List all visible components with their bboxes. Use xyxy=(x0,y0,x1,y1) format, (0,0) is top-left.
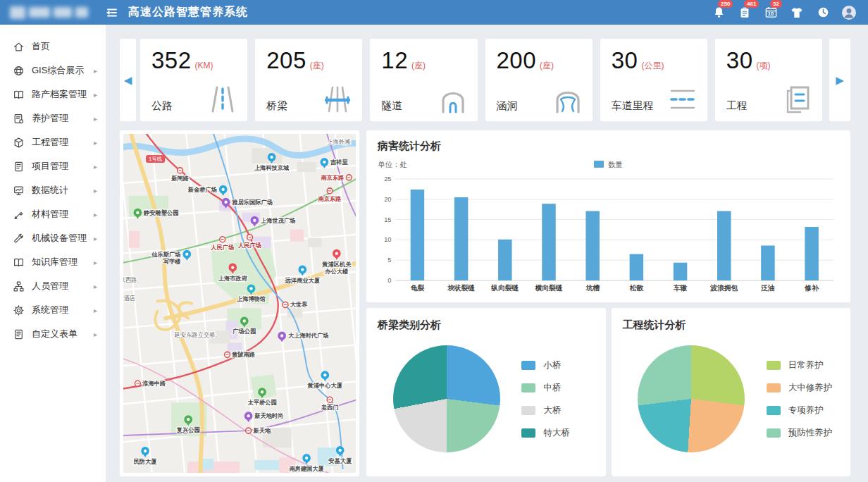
sidebar-item-gis[interactable]: GIS综合展示▸ xyxy=(0,58,106,82)
road-icon xyxy=(206,83,239,116)
legend-item[interactable]: 预防性养护 xyxy=(767,427,833,439)
svg-text:民防大厦: 民防大厦 xyxy=(134,458,158,465)
chevron-right-icon: ▸ xyxy=(94,330,97,338)
chevron-right-icon: ▸ xyxy=(94,67,97,75)
culvert-icon xyxy=(552,83,584,116)
topbar-actions: 250 461 10 32 xyxy=(711,5,868,20)
disease-bar-chart[interactable]: 0510152025龟裂块状裂缝纵向裂缝横向裂缝坑槽松散车辙波浪拥包泛油修补 xyxy=(378,173,839,295)
legend-item[interactable]: 特大桥 xyxy=(521,427,570,439)
svg-text:淮海中路: 淮海中路 xyxy=(142,380,166,387)
legend-label: 大桥 xyxy=(543,404,561,416)
stat-unit: (座) xyxy=(411,61,426,70)
svg-text:吉祥里: 吉祥里 xyxy=(330,159,348,166)
stat-card-桥梁[interactable]: 205(座)桥梁 xyxy=(255,39,362,121)
metro-station-marker[interactable]: 淮海中路 xyxy=(135,380,166,387)
legend-label: 专项养护 xyxy=(788,404,824,416)
legend-item[interactable]: 中桥 xyxy=(521,382,570,394)
stat-label: 涵洞 xyxy=(497,99,518,113)
svg-text:南京东路: 南京东路 xyxy=(318,195,342,202)
clipboard-icon[interactable]: 461 xyxy=(737,5,752,20)
svg-text:上海科技京城: 上海科技京城 xyxy=(254,164,290,171)
metro-station-marker[interactable]: 新天地 xyxy=(246,427,271,434)
lanes-icon xyxy=(666,83,699,116)
svg-text:复兴公园: 复兴公园 xyxy=(176,426,200,433)
svg-text:修补: 修补 xyxy=(804,284,819,292)
carousel-next-button[interactable]: ▶ xyxy=(829,39,850,121)
svg-text:新闸路: 新闸路 xyxy=(170,175,189,182)
sidebar-item-label: 首页 xyxy=(32,40,97,53)
shirt-icon[interactable] xyxy=(789,5,805,20)
sidebar-item-people[interactable]: 人员管理▸ xyxy=(0,274,106,298)
calendar-badge: 32 xyxy=(770,0,782,8)
stat-unit: (座) xyxy=(540,61,554,70)
sidebar-menu: 首页GIS综合展示▸路产档案管理▸养护管理▸工程管理▸项目管理▸数据统计▸材料管… xyxy=(0,25,106,482)
sidebar-item-engineer[interactable]: 工程管理▸ xyxy=(0,130,106,154)
stat-card-涵洞[interactable]: 200(座)涵洞 xyxy=(485,39,593,121)
legend-item[interactable]: 大桥 xyxy=(521,404,570,416)
sidebar-item-project[interactable]: 项目管理▸ xyxy=(0,154,106,178)
svg-text:0: 0 xyxy=(388,277,391,284)
svg-text:人民广场: 人民广场 xyxy=(238,242,261,249)
carousel-prev-button[interactable]: ◀ xyxy=(120,39,136,121)
menu-toggle-icon[interactable] xyxy=(106,6,118,19)
sidebar-item-machine[interactable]: 机械设备管理▸ xyxy=(0,226,106,250)
metro-station-marker[interactable]: 南京东路 xyxy=(321,174,352,181)
sidebar-item-label: 工程管理 xyxy=(32,136,94,149)
clock-icon[interactable] xyxy=(815,5,831,20)
avatar[interactable] xyxy=(841,5,857,20)
svg-text:老西门: 老西门 xyxy=(321,404,339,411)
sidebar-item-material[interactable]: 材料管理▸ xyxy=(0,202,106,226)
calendar-icon[interactable]: 10 32 xyxy=(763,5,779,20)
stat-unit: (公里) xyxy=(641,61,664,70)
sidebar-item-maintain[interactable]: 养护管理▸ xyxy=(0,106,106,130)
sidebar-item-label: 自定义表单 xyxy=(32,328,94,340)
sidebar-item-knowledge[interactable]: 知识库管理▸ xyxy=(0,250,106,274)
chevron-right-icon: ▸ xyxy=(94,211,97,218)
chevron-right-icon: ▸ xyxy=(94,139,97,147)
sidebar-item-archives[interactable]: 路产档案管理▸ xyxy=(0,82,106,106)
svg-text:松散: 松散 xyxy=(629,284,645,292)
chevron-right-icon: ▸ xyxy=(94,235,97,242)
legend-label: 特大桥 xyxy=(543,427,570,439)
doc-list-icon xyxy=(13,328,25,340)
main-content: ◀ 352(KM)公路205(座)桥梁12(座)隧道200(座)涵洞30(公里)… xyxy=(106,25,868,482)
sidebar-item-label: 数据统计 xyxy=(32,184,94,197)
stat-card-隧道[interactable]: 12(座)隧道 xyxy=(370,39,477,121)
book-icon xyxy=(13,89,25,101)
legend-item[interactable]: 日常养护 xyxy=(767,359,833,371)
legend-item[interactable]: 大中修养护 xyxy=(767,382,833,394)
sidebar-item-system[interactable]: 系统管理▸ xyxy=(0,298,106,322)
legend-label: 预防性养护 xyxy=(788,427,833,439)
sidebar-item-stats[interactable]: 数据统计▸ xyxy=(0,178,106,202)
stat-unit: (座) xyxy=(310,61,324,70)
svg-text:上海世茂广场: 上海世茂广场 xyxy=(261,217,295,224)
svg-text:太平桥公园: 太平桥公园 xyxy=(247,399,276,406)
legend-swatch xyxy=(521,428,535,438)
stat-card-工程[interactable]: 30(项)工程 xyxy=(715,39,822,121)
stat-cards-carousel: ◀ 352(KM)公路205(座)桥梁12(座)隧道200(座)涵洞30(公里)… xyxy=(120,39,850,121)
svg-text:黄陂南路: 黄陂南路 xyxy=(231,351,256,358)
stat-value: 352 xyxy=(151,47,192,74)
sidebar-item-home[interactable]: 首页 xyxy=(0,35,106,58)
svg-text:仙乐斯广场: 仙乐斯广场 xyxy=(151,251,180,258)
legend-item[interactable]: 专项养护 xyxy=(767,404,833,416)
legend-item[interactable]: 小桥 xyxy=(521,359,570,371)
metro-station-marker[interactable]: 黄陂南路 xyxy=(225,351,256,358)
legend-label: 小桥 xyxy=(543,359,561,371)
stat-value: 30 xyxy=(726,47,753,74)
doc-lock-icon xyxy=(13,113,25,125)
svg-text:块状裂缝: 块状裂缝 xyxy=(447,284,475,292)
engineering-stats-pie[interactable] xyxy=(638,345,745,452)
svg-text:车辙: 车辙 xyxy=(673,284,688,292)
svg-text:新天地时尚: 新天地时尚 xyxy=(254,412,283,419)
bridge-category-pie[interactable] xyxy=(393,345,500,452)
stat-unit: (KM) xyxy=(195,61,213,70)
disease-stats-title: 病害统计分析 xyxy=(378,140,839,153)
city-map[interactable]: 1号线新闸路南京东路南京东路人民广场人民广场大世界黄陂南路淮海中路老西门新天地上… xyxy=(123,134,356,473)
sidebar-item-form[interactable]: 自定义表单▸ xyxy=(0,322,106,346)
stat-card-车道里程[interactable]: 30(公里)车道里程 xyxy=(600,39,707,121)
stat-card-公路[interactable]: 352(KM)公路 xyxy=(140,39,247,121)
bell-icon[interactable]: 250 xyxy=(711,5,726,20)
metro-station-marker[interactable]: 大世界 xyxy=(283,301,308,308)
stat-cards: 352(KM)公路205(座)桥梁12(座)隧道200(座)涵洞30(公里)车道… xyxy=(140,39,822,121)
